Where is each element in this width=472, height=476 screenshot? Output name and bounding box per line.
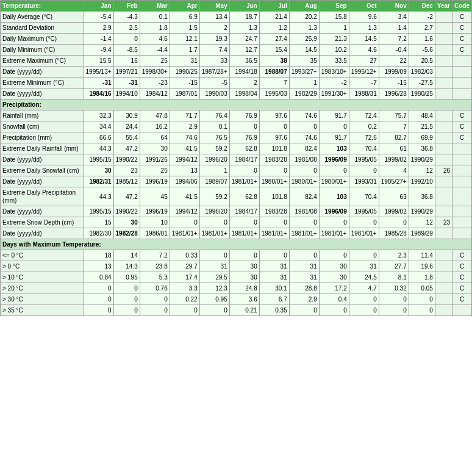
cell: 0 [349,250,379,261]
cell: 14.3 [113,261,140,272]
col-header-jun: Jun [229,1,259,12]
table-row: Date (yyyy/dd)1982/301982/281986/011981/… [1,228,472,239]
cell: 29.5 [199,272,229,283]
cell: 82.7 [379,132,409,143]
cell [435,261,452,272]
table-row: > 10 °C0.840.955.317.429.53031313024.58.… [1,272,472,283]
cell: -9.4 [84,45,113,56]
cell: 1996/09 [319,206,349,217]
cell: 0 [289,217,319,228]
table-row: Precipitation: [1,99,472,110]
cell: 47.2 [113,143,140,154]
cell: 1981/08 [289,154,319,165]
cell: 2 [229,78,259,88]
cell: C [452,132,472,143]
cell: -8.5 [113,45,140,56]
cell: 0.35 [259,305,289,316]
cell [452,88,472,99]
cell: 44.3 [84,143,113,154]
cell [435,143,452,154]
cell: 41.5 [170,143,199,154]
cell: 1.4 [379,23,409,34]
row-label: Extreme Maximum (°C) [1,56,84,67]
cell: 1995/03 [259,88,289,99]
cell: 44.3 [84,187,113,206]
row-label: Daily Maximum (°C) [1,34,84,45]
row-label: > 10 °C [1,272,84,283]
cell: 14.5 [349,34,379,45]
cell: 7 [379,121,409,132]
cell: 1996/20 [199,154,229,165]
cell: 7 [259,78,289,88]
cell: 101.8 [259,143,289,154]
row-label: Snowfall (cm) [1,121,84,132]
cell: 35 [289,56,319,67]
cell: 0.95 [199,294,229,305]
cell: 36.8 [409,143,435,154]
cell: 13 [84,261,113,272]
cell: 8.1 [379,272,409,283]
cell: 0 [113,34,140,45]
cell: 1990/03 [199,88,229,99]
cell: 0 [319,217,349,228]
cell: 20.2 [289,12,319,23]
cell [435,250,452,261]
cell: 3.3 [170,283,199,294]
cell: 97.6 [259,132,289,143]
col-header-label: Temperature: [1,1,84,12]
cell: 4.7 [349,283,379,294]
cell: 10.2 [319,45,349,56]
col-header-feb: Feb [113,1,140,12]
cell: 2.9 [289,294,319,305]
cell: 18 [84,250,113,261]
cell: 1985/12 [113,176,140,187]
table-row: Date (yyyy/dd)1995/151990/221991/261994/… [1,154,472,165]
cell: 15.5 [84,56,113,67]
cell: 1993/27+ [289,67,319,78]
cell: 0.22 [170,294,199,305]
cell: 4 [379,165,409,176]
cell: 1991/30+ [319,88,349,99]
cell: 0.76 [140,283,170,294]
cell: 72.4 [349,110,379,121]
cell: 0 [113,283,140,294]
cell: 30 [229,261,259,272]
row-label: Daily Average (°C) [1,12,84,23]
cell: 2.7 [409,23,435,34]
cell: 101.8 [259,187,289,206]
row-label: Precipitation (mm) [1,132,84,143]
cell: 0 [170,305,199,316]
cell: 1.3 [349,23,379,34]
cell: 1985/27+ [379,176,409,187]
cell: 0 [289,305,319,316]
cell: -5.4 [84,12,113,23]
table-row: Extreme Minimum (°C)-31-31-23-15-5271-2-… [1,78,472,88]
row-label: Date (yyyy/dd) [1,228,84,239]
table-row: Extreme Daily Rainfall (mm)44.347.23041.… [1,143,472,154]
cell: 1994/12 [170,206,199,217]
cell: 1986/01 [140,228,170,239]
table-row: Date (yyyy/dd)1982/311985/121996/191994/… [1,176,472,187]
cell: 0 [409,294,435,305]
cell: 29.7 [170,261,199,272]
cell: 28.8 [289,283,319,294]
row-label: Date (yyyy/dd) [1,88,84,99]
table-row: Standard Deviation2.92.51.81.521.31.21.3… [1,23,472,34]
col-header-mar: Mar [140,1,170,12]
table-row: Rainfall (mm)32.330.947.871.776.476.997.… [1,110,472,121]
cell: 1993/31 [349,176,379,187]
row-label: Date (yyyy/dd) [1,206,84,217]
table-row: Extreme Maximum (°C)15.51625313336.53835… [1,56,472,67]
cell: 31 [289,272,319,283]
cell: 1.3 [289,23,319,34]
cell: -5.6 [409,45,435,56]
cell: 76.5 [199,132,229,143]
cell: 1983/28 [259,154,289,165]
cell: 0 [140,294,170,305]
col-header-apr: Apr [170,1,199,12]
cell: 1997/21 [113,67,140,78]
cell: 0 [199,250,229,261]
cell: 1987/28+ [199,67,229,78]
cell: 23.8 [140,261,170,272]
row-label: > 20 °C [1,283,84,294]
